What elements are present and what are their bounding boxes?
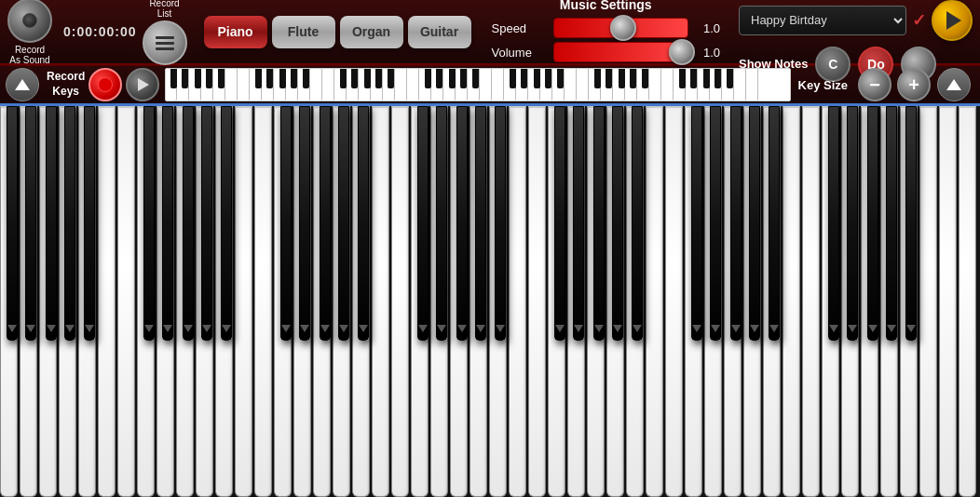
knob-inner [22, 13, 37, 28]
black-key[interactable] [84, 106, 95, 341]
black-key[interactable] [338, 106, 349, 341]
music-settings-panel: Music Settings Speed 1.0 Volume 1.0 [483, 0, 730, 70]
record-as-sound-knob[interactable] [7, 0, 52, 43]
record-list-label: Record List [149, 0, 179, 19]
volume-value: 1.0 [694, 46, 720, 60]
record-dot-icon [98, 77, 113, 92]
black-key[interactable] [320, 106, 331, 341]
song-selector-row: Happy Birtday ✓ [739, 0, 973, 41]
record-keys-label: Record Keys [47, 70, 85, 99]
play-button[interactable] [932, 0, 973, 41]
key-size-label: Key Size [798, 78, 848, 92]
white-key[interactable] [254, 106, 272, 497]
volume-slider-row: Volume 1.0 [492, 42, 721, 62]
speed-slider-row: Speed 1.0 [492, 18, 721, 38]
record-list-button[interactable] [143, 20, 187, 65]
black-key[interactable] [847, 106, 858, 341]
black-key[interactable] [867, 106, 878, 341]
record-list-section: Record List [143, 0, 187, 65]
black-key[interactable] [828, 106, 839, 341]
speed-slider-track[interactable] [553, 18, 689, 38]
scroll-up-button[interactable] [6, 68, 39, 101]
black-key[interactable] [593, 106, 605, 341]
black-key[interactable] [201, 106, 212, 341]
white-key[interactable] [919, 106, 937, 497]
black-key[interactable] [358, 106, 369, 341]
play-small-icon [138, 78, 149, 91]
volume-label: Volume [492, 46, 548, 60]
song-checkmark: ✓ [912, 10, 926, 31]
octave-up-button[interactable] [937, 68, 971, 101]
black-key[interactable] [495, 106, 506, 341]
black-key[interactable] [691, 106, 702, 341]
white-key[interactable] [372, 106, 389, 497]
record-as-sound-section: Record As Sound [7, 0, 52, 65]
black-key[interactable] [456, 106, 468, 341]
speed-label: Speed [492, 21, 548, 35]
white-key[interactable] [528, 106, 546, 497]
instrument-flute[interactable]: Flute [272, 16, 335, 48]
key-size-decrease-button[interactable]: − [858, 68, 892, 101]
black-key[interactable] [612, 106, 623, 341]
black-key[interactable] [299, 106, 310, 341]
instrument-guitar[interactable]: Guitar [408, 16, 471, 48]
black-key[interactable] [46, 106, 57, 341]
black-key[interactable] [280, 106, 292, 341]
note-c-badge[interactable]: C [815, 47, 851, 82]
white-key[interactable] [391, 106, 409, 497]
white-key[interactable] [802, 106, 820, 497]
music-settings-title: Music Settings [560, 0, 652, 12]
piano-area [0, 106, 980, 497]
black-key[interactable] [64, 106, 75, 341]
white-key[interactable] [665, 106, 683, 497]
black-key[interactable] [905, 106, 917, 341]
black-key[interactable] [749, 106, 760, 341]
white-key[interactable] [783, 106, 800, 497]
black-key[interactable] [554, 106, 565, 341]
instrument-organ[interactable]: Organ [340, 16, 403, 48]
top-bar: Record As Sound 0:00:00:00 Record List P… [0, 0, 980, 65]
black-key[interactable] [143, 106, 155, 341]
record-button[interactable] [88, 68, 122, 101]
black-key[interactable] [417, 106, 429, 341]
white-key[interactable] [959, 106, 976, 497]
timer-display: 0:00:00:00 [63, 24, 137, 39]
octave-up-icon [946, 79, 961, 90]
white-key[interactable] [939, 106, 957, 497]
black-key[interactable] [7, 106, 18, 341]
black-key[interactable] [886, 106, 897, 341]
white-key[interactable] [235, 106, 252, 497]
white-key[interactable] [509, 106, 526, 497]
instrument-piano[interactable]: Piano [204, 16, 267, 48]
play-triangle-icon [946, 11, 961, 30]
piano-keyboard [0, 106, 980, 497]
volume-slider-thumb[interactable] [669, 39, 695, 65]
black-key[interactable] [769, 106, 780, 341]
speed-value: 1.0 [694, 21, 720, 35]
black-key[interactable] [632, 106, 643, 341]
instrument-buttons: Piano Flute Organ Guitar [204, 16, 471, 48]
black-key[interactable] [730, 106, 742, 341]
white-key[interactable] [117, 106, 135, 497]
record-as-sound-label: Record As Sound [9, 45, 49, 65]
black-key[interactable] [436, 106, 447, 341]
up-arrow-icon [15, 79, 30, 90]
black-key[interactable] [183, 106, 194, 341]
black-key[interactable] [573, 106, 584, 341]
black-key[interactable] [162, 106, 173, 341]
list-icon [156, 36, 174, 50]
mini-piano-keys[interactable] [165, 68, 790, 101]
volume-slider-track[interactable] [553, 42, 689, 62]
key-size-increase-button[interactable]: + [897, 68, 931, 101]
play-small-button[interactable] [126, 68, 159, 101]
black-key[interactable] [221, 106, 232, 341]
black-key[interactable] [25, 106, 36, 341]
speed-slider-thumb[interactable] [610, 15, 636, 41]
white-key[interactable] [646, 106, 663, 497]
white-key[interactable] [98, 106, 116, 497]
black-key[interactable] [475, 106, 486, 341]
song-dropdown[interactable]: Happy Birtday [739, 6, 906, 35]
black-key[interactable] [710, 106, 721, 341]
